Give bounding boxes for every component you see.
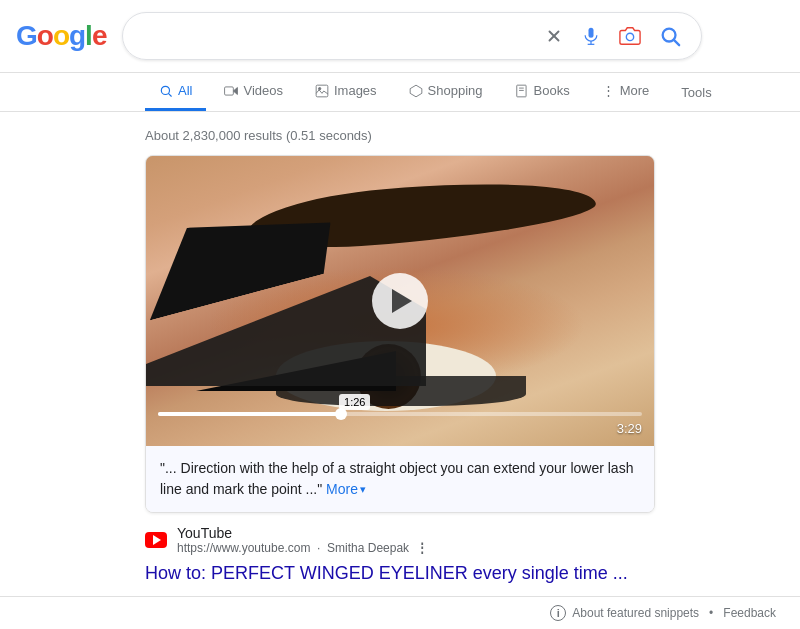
voice-search-button[interactable] — [577, 22, 605, 50]
svg-marker-11 — [234, 87, 238, 94]
bottom-bar: i About featured snippets • Feedback — [0, 596, 800, 629]
chevron-down-icon: ▾ — [360, 481, 366, 498]
progress-thumb — [335, 408, 347, 420]
snippet-text: "... Direction with the help of a straig… — [160, 460, 633, 497]
all-tab-icon — [159, 84, 173, 98]
svg-rect-14 — [516, 85, 525, 97]
google-logo[interactable]: Google — [16, 20, 106, 52]
search-button[interactable] — [655, 21, 685, 51]
tab-images[interactable]: Images — [301, 73, 391, 111]
source-url: https://www.youtube.com · Smitha Deepak … — [177, 541, 428, 555]
results-count: About 2,830,000 results (0.51 seconds) — [145, 120, 655, 155]
tab-books[interactable]: Books — [501, 73, 584, 111]
source-options-button[interactable]: ⋮ — [416, 541, 428, 555]
svg-point-5 — [627, 33, 634, 40]
camera-icon — [619, 25, 641, 47]
source-author: Smitha Deepak — [327, 541, 409, 555]
tools-label: Tools — [681, 85, 711, 100]
youtube-icon — [145, 532, 167, 548]
image-search-button[interactable] — [615, 21, 645, 51]
tab-more[interactable]: ⋮ More — [588, 73, 664, 111]
results-area: About 2,830,000 results (0.51 seconds) — [0, 112, 800, 600]
tab-shopping-label: Shopping — [428, 83, 483, 98]
search-bar: winged eyeliner tutorial — [122, 12, 702, 60]
feedback-button[interactable]: Feedback — [723, 606, 776, 620]
progress-bar[interactable]: 1:26 — [146, 412, 654, 416]
videos-tab-icon — [224, 84, 238, 98]
header: Google winged eyeliner tutorial — [0, 0, 800, 73]
snippet-more-button[interactable]: More ▾ — [326, 479, 366, 500]
x-icon — [545, 27, 563, 45]
source-row: YouTube https://www.youtube.com · Smitha… — [145, 513, 655, 559]
more-tab-dots: ⋮ — [602, 83, 615, 98]
shopping-tab-icon — [409, 84, 423, 98]
progress-bar-background — [158, 412, 642, 416]
separator: • — [709, 606, 713, 620]
video-container[interactable]: 1:26 3:29 — [146, 156, 654, 446]
featured-snippets-label[interactable]: About featured snippets — [572, 606, 699, 620]
yt-play-triangle — [153, 535, 161, 545]
video-duration: 3:29 — [617, 421, 642, 436]
svg-line-7 — [675, 40, 680, 45]
tab-more-label: More — [620, 83, 650, 98]
clear-button[interactable] — [541, 23, 567, 49]
svg-rect-10 — [225, 86, 234, 94]
nav-tabs: All Videos Images Shopping Books ⋮ More — [0, 73, 800, 112]
tab-images-label: Images — [334, 83, 377, 98]
play-button[interactable] — [372, 273, 428, 329]
tab-all-label: All — [178, 83, 192, 98]
snippet-more-label: More — [326, 479, 358, 500]
tab-videos[interactable]: Videos — [210, 73, 297, 111]
images-tab-icon — [315, 84, 329, 98]
current-time: 1:26 — [339, 394, 370, 410]
search-icons — [541, 21, 685, 51]
tab-all[interactable]: All — [145, 73, 206, 111]
books-tab-icon — [515, 84, 529, 98]
tools-button[interactable]: Tools — [667, 75, 725, 110]
progress-bar-fill — [158, 412, 342, 416]
tab-shopping[interactable]: Shopping — [395, 73, 497, 111]
search-input[interactable]: winged eyeliner tutorial — [139, 27, 533, 45]
featured-card: 1:26 3:29 "... Direction with the help o… — [145, 155, 655, 513]
source-info: YouTube https://www.youtube.com · Smitha… — [177, 525, 428, 555]
tab-books-label: Books — [534, 83, 570, 98]
svg-line-9 — [169, 93, 172, 96]
mic-icon — [581, 26, 601, 46]
info-icon: i — [550, 605, 566, 621]
source-name: YouTube — [177, 525, 428, 541]
tab-videos-label: Videos — [243, 83, 283, 98]
play-triangle-icon — [392, 289, 412, 313]
result-link[interactable]: How to: PERFECT WINGED EYELINER every si… — [145, 559, 655, 592]
snippet-area: "... Direction with the help of a straig… — [146, 446, 654, 512]
search-icon — [659, 25, 681, 47]
svg-rect-2 — [589, 28, 594, 38]
